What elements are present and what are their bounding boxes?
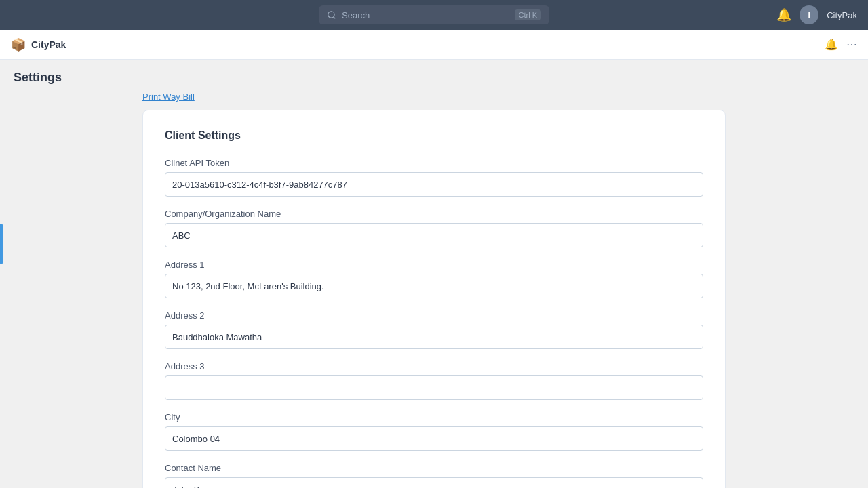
top-nav-right: 🔔 I CityPak: [776, 5, 857, 24]
app-header-right: 🔔 ⋯: [825, 38, 857, 51]
avatar: I: [800, 5, 818, 24]
app-header: 📦 CityPak 🔔 ⋯: [0, 30, 868, 60]
search-bar[interactable]: Search Ctrl K: [319, 5, 549, 24]
card-title: Client Settings: [165, 129, 703, 142]
left-sidebar-indicator: [0, 224, 3, 264]
search-shortcut: Ctrl K: [515, 9, 542, 20]
label-address3: Address 3: [165, 361, 703, 371]
label-company-name: Company/Organization Name: [165, 209, 703, 219]
input-api-token[interactable]: [165, 172, 703, 197]
search-placeholder: Search: [342, 10, 509, 20]
search-icon: [327, 10, 336, 20]
svg-point-0: [328, 12, 334, 18]
input-address1[interactable]: [165, 274, 703, 298]
top-navigation: Search Ctrl K 🔔 I CityPak: [0, 0, 868, 30]
input-address3[interactable]: [165, 375, 703, 400]
form-group-address1: Address 1: [165, 260, 703, 298]
app-brand: 📦 CityPak: [11, 37, 66, 52]
form-group-address2: Address 2: [165, 310, 703, 349]
input-company-name[interactable]: [165, 223, 703, 247]
print-way-bill-link[interactable]: Print Way Bill: [142, 92, 195, 102]
username: CityPak: [827, 10, 857, 20]
label-address1: Address 1: [165, 260, 703, 270]
app-name: CityPak: [31, 39, 66, 50]
main-area[interactable]: Print Way Bill Client Settings Clinet AP…: [0, 90, 868, 488]
input-city[interactable]: [165, 426, 703, 451]
form-group-address3: Address 3: [165, 361, 703, 400]
content-container: Print Way Bill Client Settings Clinet AP…: [129, 90, 739, 488]
header-more-icon[interactable]: ⋯: [846, 38, 857, 51]
header-bell-icon[interactable]: 🔔: [825, 38, 838, 51]
form-group-contact-name: Contact Name: [165, 463, 703, 488]
form-group-company-name: Company/Organization Name: [165, 209, 703, 247]
page-content: Settings Print Way Bill Client Settings …: [0, 60, 868, 488]
settings-card: Client Settings Clinet API Token Company…: [142, 110, 726, 488]
app-logo-icon: 📦: [11, 37, 26, 52]
label-api-token: Clinet API Token: [165, 158, 703, 168]
page-title-bar: Settings: [0, 60, 868, 90]
page-title: Settings: [14, 70, 854, 85]
form-group-api-token: Clinet API Token: [165, 158, 703, 197]
label-city: City: [165, 412, 703, 422]
input-contact-name[interactable]: [165, 477, 703, 488]
form-group-city: City: [165, 412, 703, 451]
label-address2: Address 2: [165, 310, 703, 321]
label-contact-name: Contact Name: [165, 463, 703, 473]
input-address2[interactable]: [165, 325, 703, 349]
notification-bell-icon[interactable]: 🔔: [776, 7, 791, 22]
